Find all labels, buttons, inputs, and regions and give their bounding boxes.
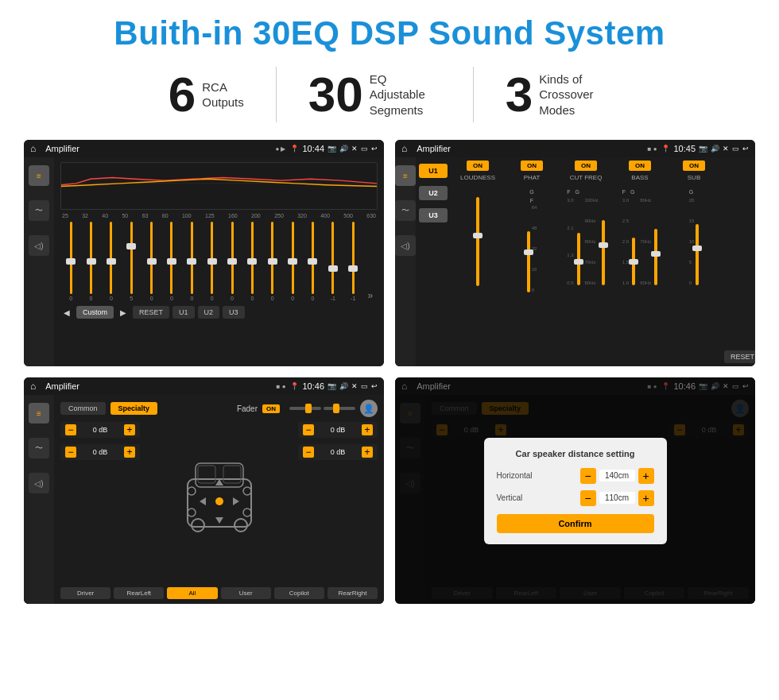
eq-slider-15[interactable]: -1	[344, 222, 362, 301]
crossover-status-bar: ⌂ Amplifier ■ ● 📍 10:45 📷 🔊 ✕ ▭ ↩	[395, 140, 755, 157]
fader-specialty-tab[interactable]: Specialty	[110, 402, 158, 415]
eq-u1-button[interactable]: U1	[172, 306, 195, 319]
fader-rearright-button[interactable]: RearRight	[327, 587, 378, 599]
dialog-horizontal-stepper[interactable]: − 140cm +	[580, 468, 654, 484]
eq-u3-button[interactable]: U3	[223, 306, 245, 319]
eq-slider-1[interactable]: 0	[62, 222, 79, 301]
dialog-vertical-plus-button[interactable]: +	[638, 490, 654, 506]
fader-top-bar: Common Specialty Fader ON 👤	[60, 400, 378, 417]
eq-slider-12[interactable]: 0	[284, 222, 301, 301]
crossover-reset-button[interactable]: RESET	[724, 350, 755, 363]
stat-number-crossover: 3	[506, 70, 533, 119]
fd-camera-icon: 📷	[327, 382, 336, 390]
eq-more-icon[interactable]: »	[364, 290, 376, 301]
crossover-u3-button[interactable]: U3	[419, 208, 448, 222]
fader-right-controls: − 0 dB + − 0 dB +	[298, 422, 378, 584]
eq-prev-button[interactable]: ◀	[60, 306, 73, 319]
channel-sub: ON SUB G 20151050	[670, 160, 718, 297]
eq-slider-13[interactable]: 0	[304, 222, 321, 301]
page-title: Buith-in 30EQ DSP Sound System	[24, 14, 755, 52]
fader-main-screen: ≡ 〜 ◁) Common Specialty Fader ON 👤	[24, 395, 384, 604]
eq-slider-4[interactable]: 5	[122, 222, 140, 301]
bass-label: BASS	[631, 174, 648, 181]
dialog-horizontal-minus-button[interactable]: −	[580, 468, 596, 484]
person-icon: 👤	[360, 400, 378, 417]
phat-on-button[interactable]: ON	[521, 160, 543, 171]
eq-slider-8[interactable]: 0	[203, 222, 221, 301]
back-icon: ↩	[371, 145, 378, 153]
fader-db3-minus-button[interactable]: −	[303, 424, 314, 435]
fader-common-tab[interactable]: Common	[60, 402, 106, 415]
fader-db2-plus-button[interactable]: +	[124, 447, 135, 458]
fd-wave-icon[interactable]: 〜	[29, 438, 49, 458]
window-icon: ▭	[361, 145, 368, 153]
crossover-status-icons: 📍 10:45 📷 🔊 ✕ ▭ ↩	[661, 144, 749, 153]
cr-wave-icon[interactable]: 〜	[395, 200, 416, 221]
fader-status-bar: ⌂ Amplifier ■ ● 📍 10:46 📷 🔊 ✕ ▭ ↩	[24, 377, 384, 395]
eq-slider-5[interactable]: 0	[142, 222, 160, 301]
eq-slider-9[interactable]: 0	[223, 222, 241, 301]
eq-icon-wave[interactable]: 〜	[29, 200, 49, 221]
fader-h-track-1[interactable]	[289, 407, 321, 410]
dialog-vertical-row: Vertical − 110cm +	[497, 490, 654, 506]
crossover-screenshot: ⌂ Amplifier ■ ● 📍 10:45 📷 🔊 ✕ ▭ ↩ ≡ 〜 ◁)	[395, 140, 755, 366]
eq-slider-3[interactable]: 0	[103, 222, 120, 301]
fader-user-button[interactable]: User	[221, 587, 271, 599]
eq-reset-button[interactable]: RESET	[133, 306, 169, 319]
eq-slider-14[interactable]: -1	[324, 222, 342, 301]
cr-eq-icon[interactable]: ≡	[395, 165, 416, 186]
fader-db4-plus-button[interactable]: +	[362, 447, 373, 458]
fd-back-icon: ↩	[371, 382, 378, 390]
fader-time: 10:46	[302, 381, 324, 391]
freq-200: 200	[251, 213, 261, 219]
eq-u2-button[interactable]: U2	[198, 306, 220, 319]
dialog-vertical-minus-button[interactable]: −	[580, 490, 596, 506]
eq-slider-7[interactable]: 0	[183, 222, 200, 301]
freq-400: 400	[320, 213, 330, 219]
eq-icon-speaker[interactable]: ◁)	[29, 235, 49, 256]
loudness-on-button[interactable]: ON	[467, 160, 489, 171]
fader-driver-button[interactable]: Driver	[60, 587, 110, 599]
fd-eq-icon[interactable]: ≡	[29, 403, 49, 423]
eq-slider-6[interactable]: 0	[163, 222, 180, 301]
stat-eq: 30 EQ Adjustable Segments	[277, 70, 473, 119]
cr-speaker-icon[interactable]: ◁)	[395, 235, 416, 256]
cr-window-icon: ▭	[732, 145, 739, 153]
dialog-horizontal-plus-button[interactable]: +	[638, 468, 654, 484]
freq-160: 160	[228, 213, 238, 219]
dialog-vertical-stepper[interactable]: − 110cm +	[580, 490, 654, 506]
cr-back-icon: ↩	[742, 145, 749, 153]
eq-status-icons: 📍 10:44 📷 🔊 ✕ ▭ ↩	[290, 144, 378, 153]
fader-home-icon: ⌂	[30, 381, 36, 392]
eq-next-button[interactable]: ▶	[117, 306, 130, 319]
fader-rearleft-button[interactable]: RearLeft	[114, 587, 164, 599]
crossover-u1-button[interactable]: U1	[419, 164, 448, 178]
cutfreq-on-button[interactable]: ON	[575, 160, 597, 171]
fader-db4-minus-button[interactable]: −	[303, 447, 314, 458]
fader-h-track-2[interactable]	[324, 407, 355, 410]
svg-marker-14	[200, 497, 206, 505]
fader-db2-minus-button[interactable]: −	[65, 447, 76, 458]
svg-rect-4	[223, 466, 241, 483]
confirm-button[interactable]: Confirm	[497, 514, 654, 533]
sub-on-button[interactable]: ON	[683, 160, 705, 171]
fader-copilot-button[interactable]: Copilot	[274, 587, 324, 599]
eq-slider-11[interactable]: 0	[264, 222, 281, 301]
channel-bass: ON BASS FG 3.02.52.01.51.0	[616, 160, 664, 297]
crossover-u2-button[interactable]: U2	[419, 186, 448, 200]
phat-label: PHAT	[524, 174, 541, 181]
eq-preset-custom[interactable]: Custom	[76, 306, 114, 319]
fader-db-control-3: − 0 dB +	[298, 422, 378, 438]
bass-on-button[interactable]: ON	[629, 160, 651, 171]
fd-speaker-icon[interactable]: ◁)	[29, 473, 49, 493]
fader-db-control-4: − 0 dB +	[298, 444, 378, 460]
eq-screenshot: ⌂ Amplifier ● ▶ 📍 10:44 📷 🔊 ✕ ▭ ↩ ≡ 〜 ◁)	[24, 140, 384, 366]
eq-icon-equalizer[interactable]: ≡	[29, 165, 49, 186]
fader-db1-plus-button[interactable]: +	[124, 424, 135, 435]
fader-all-button[interactable]: All	[167, 587, 217, 599]
svg-point-11	[215, 497, 223, 505]
eq-slider-2[interactable]: 0	[82, 222, 99, 301]
fader-db3-plus-button[interactable]: +	[362, 424, 373, 435]
eq-slider-10[interactable]: 0	[243, 222, 261, 301]
fader-db1-minus-button[interactable]: −	[65, 424, 76, 435]
